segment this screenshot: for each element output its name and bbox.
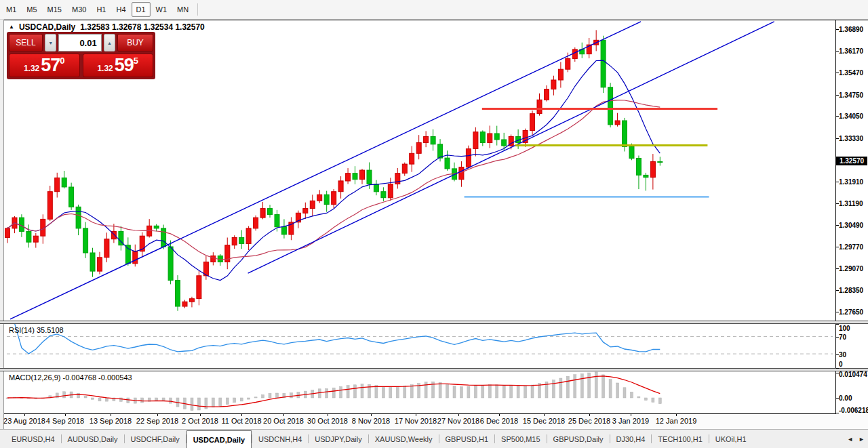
date-tick-label: 11 Oct 2018 <box>221 417 261 425</box>
tab-gbpusd-h1[interactable]: GBPUSD,H1 <box>439 430 495 448</box>
trade-prices-row: 1.32 57 0 1.32 59 5 <box>9 54 153 77</box>
rsi-tick-label: 0 <box>839 361 843 368</box>
date-tick-label: 25 Dec 2018 <box>568 417 610 425</box>
date-tick-label: 4 Sep 2018 <box>46 417 84 425</box>
price-tick-label: 1.36170 <box>839 47 863 55</box>
timeframe-button-m30[interactable]: M30 <box>67 2 91 17</box>
date-tick-label: 2 Oct 2018 <box>182 417 218 425</box>
timeframe-button-w1[interactable]: W1 <box>151 2 172 17</box>
chevron-down-icon: ▼ <box>48 41 53 45</box>
toolbar-separator <box>197 3 198 16</box>
rsi-tick-label: 70 <box>839 333 846 341</box>
tab-usdchf-daily[interactable]: USDCHF,Daily <box>125 430 186 448</box>
chart-ohlc-values: 1.32583 1.32678 1.32534 1.32570 <box>80 22 205 32</box>
date-tick-label: 17 Nov 2018 <box>395 417 437 425</box>
date-tick-label: 30 Oct 2018 <box>307 417 348 425</box>
tab-tech100-h1[interactable]: TECH100,H1 <box>652 430 708 448</box>
date-tick-mark <box>200 414 201 416</box>
date-tick-mark <box>328 414 328 416</box>
date-tick-label: 8 Nov 2018 <box>352 417 390 425</box>
volume-increase-button[interactable]: ▲ <box>104 34 115 52</box>
rsi-tick-label: 100 <box>839 325 850 332</box>
tab-eurusd-h4[interactable]: EURUSD,H4 <box>5 430 61 448</box>
tab-gbpusd-daily[interactable]: GBPUSD,Daily <box>547 430 610 448</box>
date-tick-mark <box>589 414 590 416</box>
timeframe-button-m15[interactable]: M15 <box>43 2 66 17</box>
chart-symbol-label: USDCAD,Daily <box>19 22 75 32</box>
date-tick-mark <box>65 414 66 416</box>
bid-price-pipette: 0 <box>60 56 64 66</box>
macd-tick-label: 0.00 <box>839 394 852 402</box>
price-tick-label: 1.31910 <box>839 178 863 186</box>
ask-price-box[interactable]: 1.32 59 5 <box>83 54 154 77</box>
date-tick-mark <box>458 414 459 416</box>
date-tick-label: 22 Sep 2018 <box>136 417 178 425</box>
chart-tabs-bar: EURUSD,H4AUDUSD,DailyUSDCHF,DailyUSDCAD,… <box>0 429 868 448</box>
channel-upper-trendline[interactable] <box>248 22 774 273</box>
volume-decrease-button[interactable]: ▼ <box>45 34 56 52</box>
chart-title: ▲ USDCAD,Daily 1.32583 1.32678 1.32534 1… <box>9 22 205 32</box>
rsi-line[interactable] <box>15 324 660 354</box>
chevron-up-icon: ▲ <box>107 41 112 45</box>
tab-usdcad-daily[interactable]: USDCAD,Daily <box>186 430 252 448</box>
timeframe-toolbar: M1M5M15M30H1H4D1W1MN <box>0 0 868 20</box>
bid-price-box[interactable]: 1.32 57 0 <box>9 54 80 77</box>
rsi-tick-label: 30 <box>839 351 846 359</box>
timeframe-button-m5[interactable]: M5 <box>22 2 41 17</box>
tab-usdcnh-h4[interactable]: USDCNH,H4 <box>252 430 308 448</box>
tabs-scroll-right-icon[interactable]: ► <box>859 436 865 443</box>
date-tick-label: 27 Nov 2018 <box>437 417 479 425</box>
date-tick-mark <box>371 414 372 416</box>
date-tick-mark <box>24 414 25 416</box>
price-tick-label: 1.29070 <box>839 265 863 272</box>
price-tick-label: 1.27650 <box>839 308 863 316</box>
current-price-tag: 1.32570 <box>836 157 867 165</box>
date-tick-mark <box>676 414 677 416</box>
timeframe-button-h4[interactable]: H4 <box>111 2 130 17</box>
date-tick-mark <box>241 414 242 416</box>
tab-ukoil-h1[interactable]: UKOil,H1 <box>709 430 753 448</box>
bid-price-prefix: 1.32 <box>24 64 39 73</box>
trade-controls-row: SELL ▼ 0.01 ▲ BUY <box>9 34 153 52</box>
ask-price-main: 59 <box>115 56 134 75</box>
price-tick-label: 1.34050 <box>839 113 863 120</box>
tabs-scroll-left-icon[interactable]: ◄ <box>847 436 853 443</box>
ask-price-prefix: 1.32 <box>97 64 113 73</box>
timeframe-button-mn[interactable]: MN <box>172 2 193 17</box>
date-tick-label: 13 Sep 2018 <box>90 417 132 425</box>
timeframe-button-h1[interactable]: H1 <box>92 2 111 17</box>
tab-scroll-arrows: ◄► <box>847 430 865 448</box>
collapse-icon[interactable]: ▲ <box>9 24 14 30</box>
volume-input[interactable]: 0.01 <box>58 34 101 52</box>
tab-usdjpy-daily[interactable]: USDJPY,Daily <box>309 430 368 448</box>
date-tick-mark <box>631 414 631 416</box>
sell-button[interactable]: SELL <box>9 34 43 52</box>
slow-ma-line[interactable] <box>7 100 660 260</box>
price-tick-label: 1.36890 <box>839 26 863 33</box>
price-tick-label: 1.30490 <box>839 222 863 229</box>
timeframe-button-m1[interactable]: M1 <box>1 2 21 17</box>
rsi-tick-mark <box>836 368 839 369</box>
rsi-canvas[interactable] <box>4 324 835 368</box>
date-tick-label: 15 Dec 2018 <box>523 417 565 425</box>
tab-xauusd-weekly[interactable]: XAUUSD,Weekly <box>369 430 439 448</box>
date-tick-label: 3 Jan 2019 <box>612 417 649 425</box>
date-tick-mark <box>416 414 416 416</box>
tab-sp500-m15[interactable]: SP500,M15 <box>495 430 546 448</box>
ask-price-pipette: 5 <box>134 56 138 66</box>
date-tick-mark <box>544 414 545 416</box>
date-tick-label: 20 Oct 2018 <box>263 417 304 425</box>
tab-dj30-h4[interactable]: DJ30,H4 <box>610 430 652 448</box>
date-tick-mark <box>157 414 158 416</box>
macd-tick-label: 0.010474 <box>839 371 867 378</box>
bid-price-main: 57 <box>41 56 60 75</box>
buy-button[interactable]: BUY <box>117 34 153 52</box>
price-tick-label: 1.31190 <box>839 200 863 207</box>
price-tick-label: 1.35470 <box>839 69 863 77</box>
timeframe-button-d1[interactable]: D1 <box>132 2 151 17</box>
tab-audusd-daily[interactable]: AUDUSD,Daily <box>62 430 124 448</box>
date-axis[interactable]: 23 Aug 20184 Sep 201813 Sep 201822 Sep 2… <box>4 414 868 429</box>
rsi-panel <box>4 324 835 368</box>
date-tick-mark <box>499 414 500 416</box>
date-tick-label: 6 Dec 2018 <box>480 417 518 425</box>
